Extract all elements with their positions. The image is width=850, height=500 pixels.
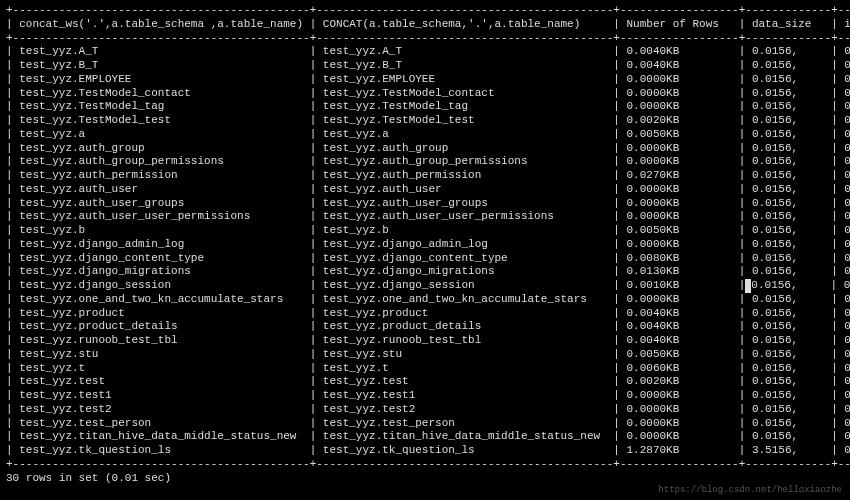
table-row: | test_yyz.runoob_test_tbl | test_yyz.ru… xyxy=(6,334,844,348)
table-row: | test_yyz.auth_user_groups | test_yyz.a… xyxy=(6,197,844,211)
table-row: | test_yyz.B_T | test_yyz.B_T | 0.0040KB… xyxy=(6,59,844,73)
table-row: | test_yyz.TestModel_contact | test_yyz.… xyxy=(6,87,844,101)
table-row: | test_yyz.django_content_type | test_yy… xyxy=(6,252,844,266)
table-row: | test_yyz.tk_question_ls | test_yyz.tk_… xyxy=(6,444,844,458)
table-row: | test_yyz.test2 | test_yyz.test2 | 0.00… xyxy=(6,403,844,417)
table-border: +---------------------------------------… xyxy=(6,458,844,472)
watermark: https://blog.csdn.net/helloxiaozhe xyxy=(658,485,842,496)
table-row: | test_yyz.t | test_yyz.t | 0.0060KB | 0… xyxy=(6,362,844,376)
table-row: | test_yyz.django_session | test_yyz.dja… xyxy=(6,279,844,293)
table-row: | test_yyz.django_admin_log | test_yyz.d… xyxy=(6,238,844,252)
table-row: | test_yyz.TestModel_tag | test_yyz.Test… xyxy=(6,100,844,114)
table-row: | test_yyz.b | test_yyz.b | 0.0050KB | 0… xyxy=(6,224,844,238)
table-row: | test_yyz.EMPLOYEE | test_yyz.EMPLOYEE … xyxy=(6,73,844,87)
table-row: | test_yyz.auth_user | test_yyz.auth_use… xyxy=(6,183,844,197)
table-row: | test_yyz.test_person | test_yyz.test_p… xyxy=(6,417,844,431)
table-row: | test_yyz.stu | test_yyz.stu | 0.0050KB… xyxy=(6,348,844,362)
table-row: | test_yyz.test | test_yyz.test | 0.0020… xyxy=(6,375,844,389)
terminal-output: +---------------------------------------… xyxy=(0,0,850,489)
table-row: | test_yyz.auth_permission | test_yyz.au… xyxy=(6,169,844,183)
table-row: | test_yyz.a | test_yyz.a | 0.0050KB | 0… xyxy=(6,128,844,142)
table-border: +---------------------------------------… xyxy=(6,4,844,18)
table-row: | test_yyz.one_and_two_kn_accumulate_sta… xyxy=(6,293,844,307)
table-row: | test_yyz.titan_hive_data_middle_status… xyxy=(6,430,844,444)
text-cursor xyxy=(745,279,751,293)
table-row: | test_yyz.auth_group_permissions | test… xyxy=(6,155,844,169)
table-row: | test_yyz.A_T | test_yyz.A_T | 0.0040KB… xyxy=(6,45,844,59)
result-summary: 30 rows in set (0.01 sec) xyxy=(6,472,844,486)
table-row: | test_yyz.auth_group | test_yyz.auth_gr… xyxy=(6,142,844,156)
table-border: +---------------------------------------… xyxy=(6,32,844,46)
table-row: | test_yyz.TestModel_test | test_yyz.Tes… xyxy=(6,114,844,128)
table-header: | concat_ws('.',a.table_schema ,a.table_… xyxy=(6,18,844,32)
table-row: | test_yyz.product | test_yyz.product | … xyxy=(6,307,844,321)
table-row: | test_yyz.test1 | test_yyz.test1 | 0.00… xyxy=(6,389,844,403)
table-row: | test_yyz.product_details | test_yyz.pr… xyxy=(6,320,844,334)
table-row: | test_yyz.django_migrations | test_yyz.… xyxy=(6,265,844,279)
table-row: | test_yyz.auth_user_user_permissions | … xyxy=(6,210,844,224)
